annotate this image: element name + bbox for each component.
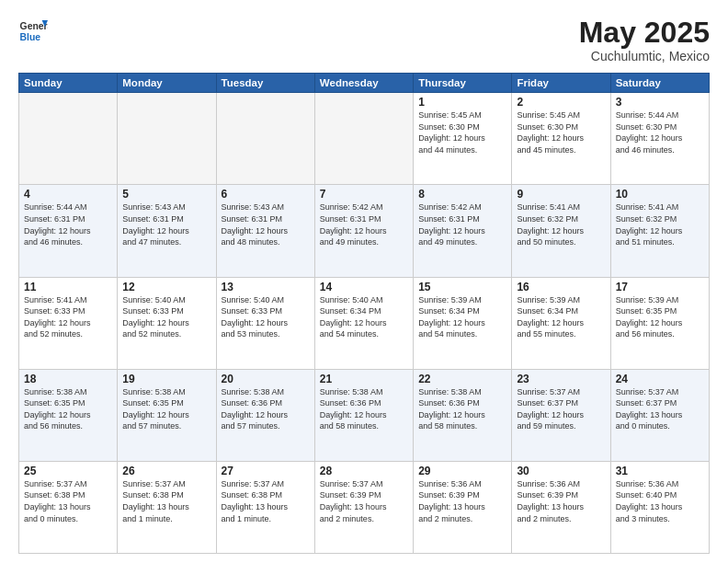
header: General Blue May 2025 Cuchulumtic, Mexic… [18, 17, 710, 63]
week-row-2: 4Sunrise: 5:44 AM Sunset: 6:31 PM Daylig… [19, 185, 710, 277]
day-number: 7 [320, 188, 408, 201]
calendar-cell: 27Sunrise: 5:37 AM Sunset: 6:38 PM Dayli… [216, 461, 314, 553]
day-number: 2 [517, 96, 605, 109]
day-info: Sunrise: 5:45 AM Sunset: 6:30 PM Dayligh… [418, 109, 506, 155]
day-number: 31 [616, 465, 704, 477]
day-number: 19 [122, 373, 210, 385]
day-number: 6 [222, 188, 310, 201]
day-number: 15 [418, 281, 506, 293]
day-info: Sunrise: 5:39 AM Sunset: 6:34 PM Dayligh… [418, 294, 506, 340]
calendar-cell: 1Sunrise: 5:45 AM Sunset: 6:30 PM Daylig… [414, 93, 512, 185]
calendar-cell: 19Sunrise: 5:38 AM Sunset: 6:35 PM Dayli… [118, 369, 216, 461]
day-number: 29 [418, 465, 506, 477]
calendar-cell: 4Sunrise: 5:44 AM Sunset: 6:31 PM Daylig… [19, 185, 118, 277]
day-number: 5 [122, 188, 210, 201]
logo: General Blue [18, 17, 48, 46]
calendar-cell: 12Sunrise: 5:40 AM Sunset: 6:33 PM Dayli… [118, 277, 216, 369]
calendar-cell: 22Sunrise: 5:38 AM Sunset: 6:36 PM Dayli… [414, 369, 512, 461]
weekday-header-wednesday: Wednesday [314, 74, 413, 93]
calendar-cell: 24Sunrise: 5:37 AM Sunset: 6:37 PM Dayli… [610, 369, 709, 461]
day-info: Sunrise: 5:42 AM Sunset: 6:31 PM Dayligh… [418, 201, 506, 247]
day-number: 1 [418, 96, 506, 109]
calendar-cell: 8Sunrise: 5:42 AM Sunset: 6:31 PM Daylig… [414, 185, 512, 277]
day-number: 17 [616, 281, 704, 293]
calendar-cell: 29Sunrise: 5:36 AM Sunset: 6:39 PM Dayli… [414, 461, 512, 553]
day-info: Sunrise: 5:38 AM Sunset: 6:35 PM Dayligh… [122, 386, 210, 432]
day-info: Sunrise: 5:37 AM Sunset: 6:37 PM Dayligh… [616, 386, 704, 432]
day-info: Sunrise: 5:40 AM Sunset: 6:33 PM Dayligh… [222, 294, 310, 340]
day-number: 26 [122, 465, 210, 477]
day-info: Sunrise: 5:37 AM Sunset: 6:38 PM Dayligh… [122, 478, 210, 524]
calendar-cell: 31Sunrise: 5:36 AM Sunset: 6:40 PM Dayli… [610, 461, 709, 553]
calendar-page: General Blue May 2025 Cuchulumtic, Mexic… [0, 0, 728, 563]
calendar-cell: 28Sunrise: 5:37 AM Sunset: 6:39 PM Dayli… [314, 461, 413, 553]
day-info: Sunrise: 5:36 AM Sunset: 6:40 PM Dayligh… [616, 478, 704, 524]
calendar-cell [314, 93, 413, 185]
calendar-cell: 25Sunrise: 5:37 AM Sunset: 6:38 PM Dayli… [19, 461, 118, 553]
weekday-header-monday: Monday [118, 74, 216, 93]
day-number: 10 [616, 188, 704, 201]
day-info: Sunrise: 5:36 AM Sunset: 6:39 PM Dayligh… [517, 478, 605, 524]
day-info: Sunrise: 5:41 AM Sunset: 6:32 PM Dayligh… [616, 201, 704, 247]
day-info: Sunrise: 5:41 AM Sunset: 6:33 PM Dayligh… [24, 294, 112, 340]
day-number: 24 [616, 373, 704, 385]
calendar-table: SundayMondayTuesdayWednesdayThursdayFrid… [18, 73, 710, 554]
day-number: 20 [222, 373, 310, 385]
calendar-cell: 13Sunrise: 5:40 AM Sunset: 6:33 PM Dayli… [216, 277, 314, 369]
day-info: Sunrise: 5:38 AM Sunset: 6:36 PM Dayligh… [418, 386, 506, 432]
day-number: 30 [517, 465, 605, 477]
calendar-cell: 2Sunrise: 5:45 AM Sunset: 6:30 PM Daylig… [512, 93, 610, 185]
day-info: Sunrise: 5:37 AM Sunset: 6:38 PM Dayligh… [24, 478, 112, 524]
calendar-cell: 20Sunrise: 5:38 AM Sunset: 6:36 PM Dayli… [216, 369, 314, 461]
day-info: Sunrise: 5:38 AM Sunset: 6:36 PM Dayligh… [222, 386, 310, 432]
weekday-header-row: SundayMondayTuesdayWednesdayThursdayFrid… [19, 74, 710, 93]
day-number: 8 [418, 188, 506, 201]
calendar-cell: 3Sunrise: 5:44 AM Sunset: 6:30 PM Daylig… [610, 93, 709, 185]
day-number: 9 [517, 188, 605, 201]
day-number: 21 [320, 373, 408, 385]
calendar-cell: 14Sunrise: 5:40 AM Sunset: 6:34 PM Dayli… [314, 277, 413, 369]
day-number: 4 [24, 188, 112, 201]
calendar-cell: 21Sunrise: 5:38 AM Sunset: 6:36 PM Dayli… [314, 369, 413, 461]
svg-text:Blue: Blue [20, 32, 41, 42]
day-number: 23 [517, 373, 605, 385]
day-number: 27 [222, 465, 310, 477]
week-row-3: 11Sunrise: 5:41 AM Sunset: 6:33 PM Dayli… [19, 277, 710, 369]
day-info: Sunrise: 5:37 AM Sunset: 6:38 PM Dayligh… [222, 478, 310, 524]
calendar-cell [118, 93, 216, 185]
day-info: Sunrise: 5:43 AM Sunset: 6:31 PM Dayligh… [122, 201, 210, 247]
day-info: Sunrise: 5:43 AM Sunset: 6:31 PM Dayligh… [222, 201, 310, 247]
week-row-5: 25Sunrise: 5:37 AM Sunset: 6:38 PM Dayli… [19, 461, 710, 553]
calendar-cell: 15Sunrise: 5:39 AM Sunset: 6:34 PM Dayli… [414, 277, 512, 369]
day-number: 22 [418, 373, 506, 385]
day-info: Sunrise: 5:37 AM Sunset: 6:39 PM Dayligh… [320, 478, 408, 524]
weekday-header-friday: Friday [512, 74, 610, 93]
calendar-cell: 17Sunrise: 5:39 AM Sunset: 6:35 PM Dayli… [610, 277, 709, 369]
day-number: 16 [517, 281, 605, 293]
weekday-header-thursday: Thursday [414, 74, 512, 93]
calendar-cell: 9Sunrise: 5:41 AM Sunset: 6:32 PM Daylig… [512, 185, 610, 277]
calendar-cell: 10Sunrise: 5:41 AM Sunset: 6:32 PM Dayli… [610, 185, 709, 277]
day-number: 28 [320, 465, 408, 477]
day-info: Sunrise: 5:42 AM Sunset: 6:31 PM Dayligh… [320, 201, 408, 247]
day-number: 14 [320, 281, 408, 293]
calendar-cell: 16Sunrise: 5:39 AM Sunset: 6:34 PM Dayli… [512, 277, 610, 369]
day-info: Sunrise: 5:45 AM Sunset: 6:30 PM Dayligh… [517, 109, 605, 155]
week-row-1: 1Sunrise: 5:45 AM Sunset: 6:30 PM Daylig… [19, 93, 710, 185]
day-info: Sunrise: 5:37 AM Sunset: 6:37 PM Dayligh… [517, 386, 605, 432]
calendar-cell [216, 93, 314, 185]
calendar-cell: 5Sunrise: 5:43 AM Sunset: 6:31 PM Daylig… [118, 185, 216, 277]
calendar-cell: 6Sunrise: 5:43 AM Sunset: 6:31 PM Daylig… [216, 185, 314, 277]
calendar-cell: 30Sunrise: 5:36 AM Sunset: 6:39 PM Dayli… [512, 461, 610, 553]
day-info: Sunrise: 5:36 AM Sunset: 6:39 PM Dayligh… [418, 478, 506, 524]
day-number: 18 [24, 373, 112, 385]
calendar-subtitle: Cuchulumtic, Mexico [579, 49, 710, 63]
day-info: Sunrise: 5:44 AM Sunset: 6:30 PM Dayligh… [616, 109, 704, 155]
day-number: 11 [24, 281, 112, 293]
day-info: Sunrise: 5:39 AM Sunset: 6:35 PM Dayligh… [616, 294, 704, 340]
day-info: Sunrise: 5:38 AM Sunset: 6:35 PM Dayligh… [24, 386, 112, 432]
calendar-cell: 18Sunrise: 5:38 AM Sunset: 6:35 PM Dayli… [19, 369, 118, 461]
title-block: May 2025 Cuchulumtic, Mexico [579, 17, 710, 63]
day-info: Sunrise: 5:39 AM Sunset: 6:34 PM Dayligh… [517, 294, 605, 340]
day-number: 13 [222, 281, 310, 293]
